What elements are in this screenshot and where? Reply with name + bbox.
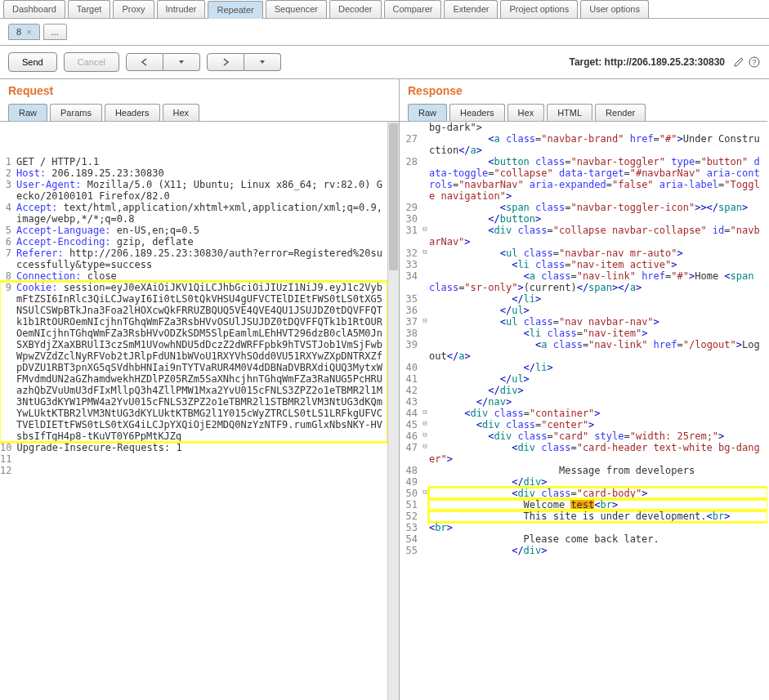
fwd-menu-button[interactable] [244, 53, 281, 71]
response-line: 33 <li class="nav-item active"> [400, 259, 767, 270]
response-line: 46⊟ <div class="card" style="width: 25re… [400, 430, 767, 442]
svg-text:?: ? [752, 58, 756, 66]
main-tab-intruder[interactable]: Intruder [157, 0, 206, 18]
repeater-tab-1[interactable]: ... [43, 24, 67, 40]
control-bar: Send Cancel Target: http://206.189.25.23… [0, 46, 769, 79]
request-view-headers[interactable]: Headers [105, 104, 160, 121]
main-tab-extender[interactable]: Extender [444, 0, 498, 18]
response-line: 43 </nav> [400, 396, 767, 408]
response-line: 53<br> [400, 522, 767, 533]
edit-target-icon[interactable] [732, 56, 745, 69]
main-tab-target[interactable]: Target [68, 0, 111, 18]
request-line: 3User-Agent: Mozilla/5.0 (X11; Ubuntu; L… [0, 179, 387, 202]
target-label: Target: http://206.189.25.23:30830 [569, 56, 725, 68]
response-line: 29 <span class="navbar-toggler-icon">></… [400, 202, 767, 213]
response-line: 39 <a class="nav-link" href="/logout">Lo… [400, 339, 767, 362]
response-line: 51 Welcome test<br> [400, 499, 767, 511]
request-body[interactable]: 1GET / HTTP/1.12Host: 206.189.25.23:3083… [0, 122, 399, 700]
response-line: 52 This site is under development.<br> [400, 511, 767, 522]
response-line: 47⊟ <div class="card-header text-white b… [400, 442, 767, 465]
response-line: 38 <li class="nav-item"> [400, 328, 767, 339]
request-line: 9Cookie: session=eyJ0eXAiOiJKV1QiLCJhbGc… [0, 282, 387, 442]
request-line: 7Referer: http://206.189.25.23:30830/aut… [0, 247, 387, 270]
main-tab-repeater[interactable]: Repeater [208, 1, 262, 19]
request-title: Request [0, 79, 399, 99]
response-line: 28 <button class="navbar-toggler" type="… [400, 156, 767, 202]
response-line: 34 <a class="nav-link" href="#">Home <sp… [400, 270, 767, 293]
request-line: 10Upgrade-Insecure-Requests: 1 [0, 442, 387, 453]
request-line: 11 [0, 453, 387, 465]
response-line: 40 </li> [400, 362, 767, 373]
request-line: 6Accept-Encoding: gzip, deflate [0, 236, 387, 247]
response-line: 54 Please come back later. [400, 533, 767, 545]
response-line: bg-dark"> [400, 122, 767, 133]
close-tab-icon[interactable]: × [26, 27, 31, 37]
main-tab-project-options[interactable]: Project options [500, 0, 578, 18]
response-line: 36 </ul> [400, 305, 767, 316]
response-view-html[interactable]: HTML [547, 104, 592, 121]
request-view-raw[interactable]: Raw [8, 104, 47, 121]
response-title: Response [400, 79, 767, 99]
request-view-tabs: RawParamsHeadersHex [0, 99, 399, 122]
history-back-group [126, 53, 200, 71]
response-line: 55 </div> [400, 545, 767, 556]
response-line: 49 </div> [400, 476, 767, 488]
response-line: 27 <a class="navbar-brand" href="#">Unde… [400, 133, 767, 156]
response-view-tabs: RawHeadersHexHTMLRender [400, 99, 767, 122]
help-icon[interactable]: ? [748, 56, 761, 69]
request-view-hex[interactable]: Hex [163, 104, 200, 121]
request-line: 5Accept-Language: en-US,en;q=0.5 [0, 225, 387, 236]
main-tab-sequencer[interactable]: Sequencer [266, 0, 327, 18]
response-body[interactable]: bg-dark">27 <a class="navbar-brand" href… [400, 122, 767, 700]
response-line: 35 </li> [400, 293, 767, 305]
response-line: 42 </div> [400, 385, 767, 396]
response-line: 30 </button> [400, 213, 767, 225]
response-view-headers[interactable]: Headers [449, 104, 505, 121]
request-line: 8Connection: close [0, 270, 387, 282]
main-tab-dashboard[interactable]: Dashboard [3, 0, 65, 18]
fwd-button[interactable] [207, 53, 244, 71]
request-line: 12 [0, 465, 387, 476]
repeater-tab-0[interactable]: 8× [8, 24, 40, 40]
response-line: 41 </ul> [400, 373, 767, 385]
response-line: 37⊟ <ul class="nav navbar-nav"> [400, 316, 767, 328]
main-tab-decoder[interactable]: Decoder [329, 0, 382, 18]
response-line: 45⊟ <div class="center"> [400, 419, 767, 430]
response-line: 31⊟ <div class="collapse navbar-collapse… [400, 225, 767, 247]
back-button[interactable] [126, 53, 163, 71]
main-tabs: DashboardTargetProxyIntruderRepeaterSequ… [0, 0, 769, 19]
panes: Request RawParamsHeadersHex 1GET / HTTP/… [0, 79, 769, 700]
main-tab-proxy[interactable]: Proxy [113, 0, 154, 18]
response-view-raw[interactable]: Raw [408, 104, 447, 121]
main-tab-user-options[interactable]: User options [580, 0, 649, 18]
request-scrollbar[interactable] [387, 122, 399, 700]
main-tab-comparer[interactable]: Comparer [384, 0, 442, 18]
history-fwd-group [207, 53, 281, 71]
response-pane: Response RawHeadersHexHTMLRender bg-dark… [399, 79, 767, 700]
response-line: 48 Message from developers [400, 465, 767, 476]
response-line: 44⊟ <div class="container"> [400, 408, 767, 419]
request-line: 1GET / HTTP/1.1 [0, 156, 387, 167]
request-line: 2Host: 206.189.25.23:30830 [0, 167, 387, 179]
request-view-params[interactable]: Params [50, 104, 102, 121]
response-view-hex[interactable]: Hex [507, 104, 545, 121]
send-button[interactable]: Send [8, 52, 57, 72]
request-pane: Request RawParamsHeadersHex 1GET / HTTP/… [0, 79, 399, 700]
response-line: 32⊟ <ul class="navbar-nav mr-auto"> [400, 247, 767, 259]
back-menu-button[interactable] [163, 53, 200, 71]
request-line: 4Accept: text/html,application/xhtml+xml… [0, 202, 387, 225]
response-view-render[interactable]: Render [595, 104, 646, 121]
cancel-button[interactable]: Cancel [64, 52, 119, 72]
repeater-sub-tabs: 8×... [0, 19, 769, 46]
response-line: 50⊟ <div class="card-body"> [400, 488, 767, 499]
